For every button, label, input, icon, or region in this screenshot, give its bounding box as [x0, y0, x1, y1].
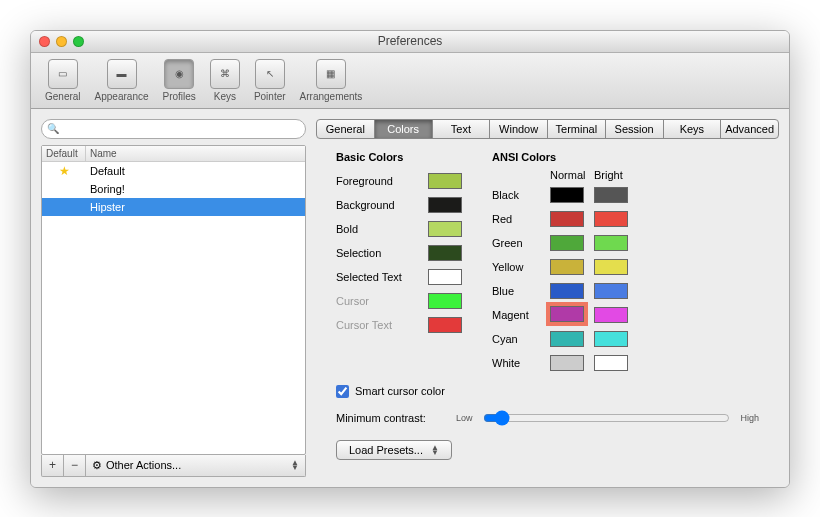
updown-icon: ▲▼: [431, 445, 439, 455]
tab-session[interactable]: Session: [605, 119, 664, 139]
minimize-icon[interactable]: [56, 36, 67, 47]
color-swatch[interactable]: [428, 197, 462, 213]
ansi-label: Black: [492, 189, 550, 201]
toolbar-appearance[interactable]: ▬Appearance: [89, 57, 155, 104]
color-swatch[interactable]: [428, 173, 462, 189]
toolbar-label: Appearance: [95, 91, 149, 102]
add-profile-button[interactable]: +: [42, 455, 64, 476]
basic-color-row: Cursor: [336, 289, 462, 313]
load-presets-button[interactable]: Load Presets... ▲▼: [336, 440, 452, 460]
ansi-color-row: Green: [492, 231, 638, 255]
ansi-bright-label: Bright: [594, 169, 638, 181]
preferences-window: Preferences ▭General▬Appearance◉Profiles…: [30, 30, 790, 488]
ansi-bright-swatch[interactable]: [594, 235, 628, 251]
ansi-label: Yellow: [492, 261, 550, 273]
zoom-icon[interactable]: [73, 36, 84, 47]
ansi-normal-swatch[interactable]: [550, 355, 584, 371]
toolbar-keys[interactable]: ⌘Keys: [204, 57, 246, 104]
tab-keys[interactable]: Keys: [663, 119, 722, 139]
profile-row[interactable]: Boring!: [42, 180, 305, 198]
profiles-icon: ◉: [164, 59, 194, 89]
list-body: ★DefaultBoring!Hipster: [42, 162, 305, 216]
default-star: ★: [42, 164, 86, 178]
ansi-label: Cyan: [492, 333, 550, 345]
color-swatch[interactable]: [428, 245, 462, 261]
ansi-bright-swatch[interactable]: [594, 283, 628, 299]
ansi-label: Magent: [492, 309, 550, 321]
list-footer: + − ⚙ Other Actions... ▲▼: [41, 455, 306, 477]
load-presets-label: Load Presets...: [349, 444, 423, 456]
other-actions-dropdown[interactable]: ⚙ Other Actions... ▲▼: [86, 459, 305, 472]
titlebar: Preferences: [31, 31, 789, 53]
color-label: Selection: [336, 247, 420, 259]
ansi-bright-swatch[interactable]: [594, 211, 628, 227]
close-icon[interactable]: [39, 36, 50, 47]
ansi-color-row: Red: [492, 207, 638, 231]
toolbar-arrangements[interactable]: ▦Arrangements: [294, 57, 369, 104]
ansi-normal-swatch[interactable]: [550, 187, 584, 203]
ansi-bright-swatch[interactable]: [594, 187, 628, 203]
other-actions-label: Other Actions...: [106, 459, 181, 471]
tab-colors[interactable]: Colors: [374, 119, 433, 139]
list-header: Default Name: [42, 146, 305, 162]
ansi-color-row: Blue: [492, 279, 638, 303]
contrast-row: Minimum contrast: Low High: [336, 410, 759, 426]
ansi-bright-swatch[interactable]: [594, 355, 628, 371]
remove-profile-button[interactable]: −: [64, 455, 86, 476]
ansi-label: White: [492, 357, 550, 369]
ansi-bright-swatch[interactable]: [594, 259, 628, 275]
basic-color-row: Selected Text: [336, 265, 462, 289]
toolbar-label: General: [45, 91, 81, 102]
basic-color-row: Foreground: [336, 169, 462, 193]
settings-tabs: GeneralColorsTextWindowTerminalSessionKe…: [316, 119, 779, 139]
appearance-icon: ▬: [107, 59, 137, 89]
ansi-color-row: Magent: [492, 303, 638, 327]
tab-text[interactable]: Text: [432, 119, 491, 139]
ansi-normal-swatch[interactable]: [550, 259, 584, 275]
ansi-normal-swatch[interactable]: [550, 331, 584, 347]
color-swatch[interactable]: [428, 221, 462, 237]
col-default[interactable]: Default: [42, 146, 86, 161]
ansi-normal-swatch[interactable]: [550, 235, 584, 251]
ansi-color-row: Black: [492, 183, 638, 207]
ansi-normal-swatch[interactable]: [550, 283, 584, 299]
color-swatch[interactable]: [428, 293, 462, 309]
smart-cursor-row: Smart cursor color: [336, 385, 759, 398]
updown-icon: ▲▼: [291, 460, 299, 470]
ansi-normal-swatch[interactable]: [550, 306, 584, 322]
colors-panel: Basic Colors ForegroundBackgroundBoldSel…: [316, 147, 779, 477]
toolbar-label: Profiles: [163, 91, 196, 102]
ansi-normal-swatch[interactable]: [550, 211, 584, 227]
profile-name: Default: [86, 165, 305, 177]
smart-cursor-checkbox[interactable]: [336, 385, 349, 398]
ansi-bright-swatch[interactable]: [594, 307, 628, 323]
star-icon: ★: [59, 164, 70, 178]
toolbar-pointer[interactable]: ↖Pointer: [248, 57, 292, 104]
toolbar-profiles[interactable]: ◉Profiles: [157, 57, 202, 104]
contrast-label: Minimum contrast:: [336, 412, 446, 424]
toolbar-general[interactable]: ▭General: [39, 57, 87, 104]
color-label: Background: [336, 199, 420, 211]
col-name[interactable]: Name: [86, 146, 305, 161]
gear-icon: ⚙: [92, 459, 102, 472]
color-label: Selected Text: [336, 271, 420, 283]
profile-row[interactable]: Hipster: [42, 198, 305, 216]
color-label: Bold: [336, 223, 420, 235]
color-label: Foreground: [336, 175, 420, 187]
color-swatch[interactable]: [428, 317, 462, 333]
window-title: Preferences: [31, 34, 789, 48]
profile-row[interactable]: ★Default: [42, 162, 305, 180]
color-swatch[interactable]: [428, 269, 462, 285]
ansi-bright-swatch[interactable]: [594, 331, 628, 347]
tab-terminal[interactable]: Terminal: [547, 119, 606, 139]
settings-panel: GeneralColorsTextWindowTerminalSessionKe…: [316, 119, 779, 477]
tab-window[interactable]: Window: [489, 119, 548, 139]
search-input[interactable]: [41, 119, 306, 139]
contrast-slider[interactable]: [483, 410, 731, 426]
ansi-colors-heading: ANSI Colors: [492, 151, 638, 163]
tab-advanced[interactable]: Advanced: [720, 119, 779, 139]
search-icon: 🔍: [47, 123, 59, 134]
tab-general[interactable]: General: [316, 119, 375, 139]
ansi-header: Normal Bright: [492, 169, 638, 181]
basic-colors-heading: Basic Colors: [336, 151, 462, 163]
